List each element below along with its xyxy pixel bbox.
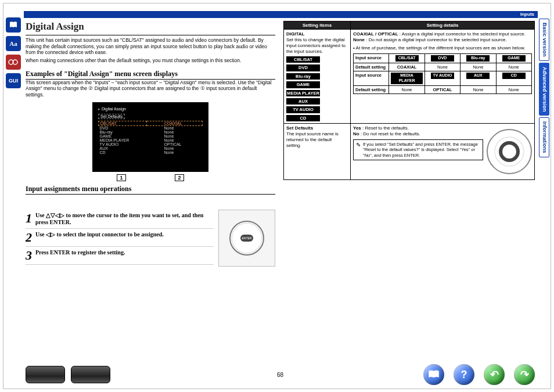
osd-row-connector: None [147, 134, 203, 138]
osd-row-connector: None [147, 126, 203, 131]
source-pill: AUX [286, 98, 320, 105]
pencil-icon: ✎ [356, 142, 361, 158]
osd-row-connector: COAXIAL [147, 121, 203, 126]
bottom-bar: 68 ? ↶ ↷ [26, 364, 535, 385]
source-pill: MEDIA PLAYER [286, 90, 320, 96]
left-column: Digital Assign This unit has certain inp… [26, 21, 275, 360]
source-pill: Blu-ray [286, 73, 320, 80]
io-cell: OPTICAL [425, 85, 460, 93]
page-number: 68 [277, 372, 283, 378]
step-text: Press ENTER to register the setting. [35, 249, 125, 256]
content: Digital Assign This unit has certain inp… [26, 21, 535, 360]
io-cell: CD [496, 71, 531, 86]
io-cell: None [461, 85, 496, 93]
io-cell: CBL/SAT [389, 54, 425, 63]
osd-row-source: Blu-ray [99, 130, 147, 134]
source-pill: CBL/SAT [286, 56, 320, 63]
io-cell: COAXIAL [389, 63, 425, 71]
heading-examples: Examples of "Digital Assign" menu screen… [26, 70, 275, 80]
io-row-head: Input source [354, 54, 389, 63]
step-number: 1 [26, 212, 32, 225]
steps-list: 1Use △▽◁▷ to move the cursor to the item… [26, 210, 214, 267]
rings-icon[interactable] [6, 55, 21, 70]
osd-row-source: GAME [99, 134, 147, 138]
cell-digital-details: COAXIAL / OPTICAL : Assign a digital inp… [351, 30, 535, 124]
step-text: Use ◁▷ to select the input connector to … [35, 231, 164, 238]
right-tabs: Basic version Advanced version Informati… [539, 19, 549, 157]
tab-advanced-version[interactable]: Advanced version [539, 63, 549, 116]
step-text: Use △▽◁▷ to move the cursor to the item … [35, 212, 214, 226]
io-cell: Blu-ray [461, 54, 496, 63]
dpad-illustration [218, 210, 275, 267]
page-title: Digital Assign [26, 21, 275, 33]
cell-digital: DIGITAL Set this to change the digital i… [284, 30, 351, 124]
device-front-icon[interactable] [26, 366, 65, 383]
left-icon-column: Aa GUI [6, 17, 22, 88]
nav-help-button[interactable]: ? [454, 364, 474, 385]
osd-row-connector: None [147, 150, 203, 154]
step-number: 2 [26, 231, 32, 244]
intro-text-2: When making connections other than the d… [26, 57, 275, 64]
cell-set-defaults-details: Yes : Reset to the defaults. No : Do not… [351, 124, 535, 180]
io-cell: DVD [425, 54, 460, 63]
gui-icon[interactable]: GUI [6, 73, 21, 88]
osd-set-defaults: Set Defaults [98, 114, 125, 119]
io-cell: None [496, 85, 531, 93]
heading-operations: Input assignments menu operations [26, 185, 275, 195]
io-cell: None [389, 85, 425, 93]
tab-basic-version[interactable]: Basic version [539, 19, 549, 61]
nav-index-button[interactable] [423, 364, 444, 385]
io-cell: None [461, 63, 496, 71]
step-line: 3Press ENTER to register the setting. [26, 247, 214, 265]
rings-svg [8, 59, 19, 66]
device-rear-icon[interactable] [71, 366, 110, 383]
osd-row-source: AUX [99, 146, 147, 150]
examples-para: This screen appears when the "Inputs" – … [26, 80, 275, 98]
nav-forward-button[interactable]: ↷ [514, 364, 535, 385]
io-row-head: Input source [354, 71, 389, 86]
osd-row-source: MEDIA PLAYER [99, 138, 147, 142]
source-pill: CD [286, 115, 320, 121]
io-cell: None [496, 63, 531, 71]
io-cell: GAME [496, 54, 531, 63]
nav-back-button[interactable]: ↶ [484, 364, 505, 385]
right-column: Setting items Setting details DIGITAL Se… [283, 21, 535, 360]
osd-row-connector: OPTICAL [147, 142, 203, 146]
osd-callout-2: 2 [175, 174, 184, 181]
osd-row-connector: None [147, 138, 203, 142]
step-number: 3 [26, 249, 32, 262]
io-cell: MEDIA PLAYER [389, 71, 425, 86]
step-line: 2Use ◁▷ to select the input connector to… [26, 229, 214, 247]
th-setting-details: Setting details [351, 21, 535, 30]
io-row-head: Default setting [354, 63, 389, 71]
book-open-icon [428, 370, 440, 379]
source-pill: GAME [286, 81, 320, 88]
tab-informations[interactable]: Informations [539, 117, 549, 157]
book-icon [9, 20, 18, 30]
osd-row-connector: None [147, 146, 203, 150]
step-line: 1Use △▽◁▷ to move the cursor to the item… [26, 210, 214, 229]
io-cell: AUX [461, 71, 496, 86]
toc-icon[interactable] [6, 17, 21, 33]
osd-row-source: CD [99, 150, 147, 154]
note-text: If you select "Set Defaults" and press E… [363, 142, 480, 158]
settings-table: Setting items Setting details DIGITAL Se… [283, 21, 535, 180]
glossary-icon[interactable]: Aa [6, 36, 21, 51]
source-pill: DVD [286, 64, 320, 71]
io-cell: TV AUDIO [425, 71, 460, 86]
intro-text-1: This unit has certain input sources such… [26, 37, 275, 56]
osd-screenshot: Digital Assign Set Defaults CBL/SATCOAXI… [92, 102, 208, 172]
osd-row-connector: None [147, 130, 203, 134]
osd-callout-1: 1 [117, 174, 125, 181]
osd-title: Digital Assign [98, 107, 203, 112]
io-cell: None [425, 63, 460, 71]
osd-row-source: TV AUDIO [99, 142, 147, 146]
jog-dial-illustration [487, 129, 532, 174]
osd-row-source: DVD [99, 126, 147, 131]
th-setting-items: Setting items [284, 21, 351, 30]
breadcrumb: Inputs [24, 11, 538, 18]
io-row-head: Default setting [354, 85, 389, 93]
source-pill: TV AUDIO [286, 106, 320, 113]
osd-row-source: CBL/SAT [99, 121, 147, 126]
cell-set-defaults: Set Defaults The input source name is re… [284, 124, 351, 180]
